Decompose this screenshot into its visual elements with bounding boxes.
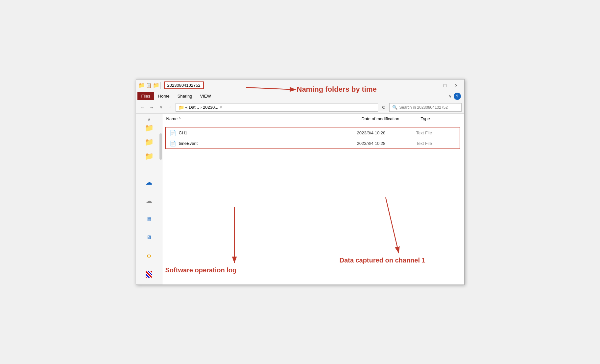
sidebar-item-settings[interactable]: ⚙: [138, 248, 159, 265]
sidebar-item-network[interactable]: 🖥: [138, 229, 159, 246]
menu-home[interactable]: Home: [154, 92, 174, 100]
up-button[interactable]: ↑: [166, 103, 174, 111]
folder-name-title: 20230804102752: [164, 81, 204, 89]
files-highlight-box: 📄 CH1 2023/8/4 10:28 Text File 📄 timeEve…: [165, 127, 460, 149]
file-icon-timeevent: 📄: [170, 140, 176, 147]
sidebar-folder-icon-2: 📁: [145, 138, 154, 147]
path-text: « Dat... › 20230...: [185, 105, 218, 110]
menu-files[interactable]: Files: [137, 92, 154, 100]
computer-icon: 🖥: [146, 216, 152, 223]
menu-bar-right: ∨ ?: [449, 93, 463, 100]
sidebar-item-striped[interactable]: [138, 266, 159, 283]
sidebar-scroll-up[interactable]: ∧: [136, 116, 162, 122]
column-name[interactable]: Name ^: [166, 116, 362, 121]
onedrive-grey-icon: ☁: [146, 197, 152, 205]
striped-icon: [146, 271, 152, 278]
file-date-ch1: 2023/8/4 10:28: [357, 130, 416, 135]
file-area: Name ^ Date of modification Type 📄 CH1 2…: [162, 114, 464, 284]
file-type-timeevent: Text File: [416, 141, 456, 146]
sidebar-item-onedrive-grey[interactable]: ☁: [138, 193, 159, 210]
file-row-timeevent[interactable]: 📄 timeEvent 2023/8/4 10:28 Text File: [166, 138, 460, 148]
path-folder-icon: 📁: [179, 105, 184, 110]
title-bar: 📁 📋 📁 20230804102752 — □ ×: [136, 80, 464, 91]
file-row-ch1[interactable]: 📄 CH1 2023/8/4 10:28 Text File: [166, 127, 460, 138]
recent-locations-button[interactable]: ∨: [157, 103, 165, 111]
restore-button[interactable]: □: [440, 81, 450, 90]
menu-sharing[interactable]: Sharing: [174, 92, 196, 100]
file-icon-ch1: 📄: [170, 130, 176, 136]
quick-access-icon: 📋: [146, 82, 152, 88]
close-button[interactable]: ×: [451, 81, 462, 90]
file-header: Name ^ Date of modification Type: [162, 114, 464, 124]
sidebar-folder-icon-3: 📁: [145, 152, 154, 161]
minimize-button[interactable]: —: [429, 81, 439, 90]
sidebar-item-folder-1[interactable]: 📁: [138, 122, 159, 135]
sidebar-item-folder-2[interactable]: 📁: [138, 136, 159, 149]
search-box[interactable]: 🔍: [389, 103, 462, 112]
settings-icon: ⚙: [147, 253, 151, 259]
network-icon: 🖥: [146, 235, 152, 240]
forward-button[interactable]: →: [148, 103, 156, 111]
refresh-button[interactable]: ↻: [379, 103, 388, 112]
separator: [160, 82, 161, 89]
folder-icon-2: 📁: [153, 82, 159, 88]
menu-view[interactable]: VIEW: [196, 92, 215, 100]
address-bar: ← → ∨ ↑ 📁 « Dat... › 20230... ∨ ↻ 🔍: [136, 101, 464, 114]
ribbon-collapse-button[interactable]: ∨: [449, 94, 452, 99]
sidebar-scrollbar[interactable]: [159, 133, 162, 160]
file-list: 📄 CH1 2023/8/4 10:28 Text File 📄 timeEve…: [162, 124, 464, 284]
address-path[interactable]: 📁 « Dat... › 20230... ∨: [176, 103, 378, 112]
title-bar-icons: 📁 📋 📁: [139, 82, 159, 88]
content-area: ∧ 📁 📁 📁 ☁ ☁: [136, 114, 464, 284]
column-date[interactable]: Date of modification: [362, 116, 421, 121]
sidebar-item-onedrive-blue[interactable]: ☁: [138, 174, 159, 191]
column-name-label: Name: [166, 116, 178, 121]
sort-arrow: ^: [179, 117, 180, 121]
file-name-ch1: CH1: [179, 130, 357, 135]
menu-bar: Files Home Sharing VIEW ∨ ?: [136, 91, 464, 101]
back-button[interactable]: ←: [139, 103, 147, 111]
file-name-timeevent: timeEvent: [179, 141, 357, 146]
folder-icon: 📁: [139, 82, 145, 88]
sidebar: ∧ 📁 📁 📁 ☁ ☁: [136, 114, 162, 284]
window-controls: — □ ×: [429, 81, 462, 90]
search-icon: 🔍: [392, 105, 397, 110]
sidebar-item-folder-3[interactable]: 📁: [138, 150, 159, 163]
onedrive-blue-icon: ☁: [146, 178, 152, 186]
column-type[interactable]: Type: [421, 116, 460, 121]
help-button[interactable]: ?: [454, 93, 461, 100]
path-chevron: ∨: [220, 105, 222, 109]
sidebar-folder-icon-1: 📁: [145, 124, 154, 132]
file-type-ch1: Text File: [416, 130, 456, 135]
sidebar-item-computer[interactable]: 🖥: [138, 211, 159, 228]
search-input[interactable]: [399, 105, 459, 110]
file-date-timeevent: 2023/8/4 10:28: [357, 141, 416, 146]
